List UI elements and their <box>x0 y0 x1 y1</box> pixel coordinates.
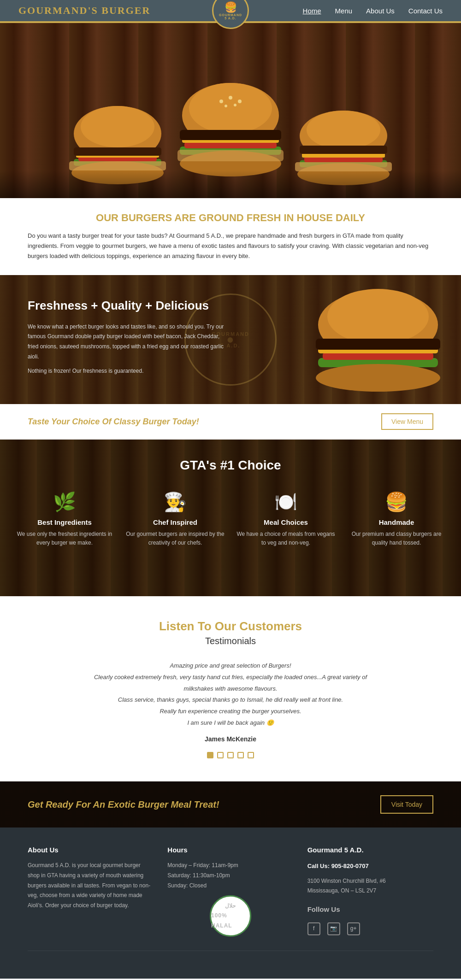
halal-badge: حلال 100% HALAL <box>167 895 293 937</box>
visit-cta-text: Get Ready For An Exotic Burger Meal Trea… <box>28 799 219 810</box>
dot-5[interactable] <box>248 752 254 758</box>
testimonial-dots <box>28 752 433 758</box>
gta-section: GTA's #1 Choice 🌿 Best Ingredients We us… <box>0 440 461 596</box>
feature-handmade: 🍔 Handmade Our premium and classy burger… <box>346 491 447 547</box>
halal-arabic-text: حلال <box>225 901 236 911</box>
header: GOURMAND'S BURGER 🍔 GOURMAND 5 A.D. Home… <box>0 0 461 21</box>
features-grid: 🌿 Best Ingredients We use only the fresh… <box>14 491 447 547</box>
hero-section <box>0 23 461 198</box>
testimonial-author: James McKenzie <box>28 735 433 743</box>
svg-point-11 <box>229 96 232 100</box>
nav-home[interactable]: Home <box>303 7 321 15</box>
svg-rect-28 <box>295 162 392 171</box>
testimonials-subheading: Testimonials <box>28 636 433 646</box>
testimonial-quote: Amazing price and great selection of Bur… <box>92 660 369 728</box>
footer-about-body: Gourmand 5 A.D. is your local gourmet bu… <box>28 861 154 910</box>
cta-bar: Taste Your Choice Of Classy Burger Today… <box>0 404 461 440</box>
svg-point-10 <box>219 100 223 103</box>
visit-cta: Get Ready For An Exotic Burger Meal Trea… <box>0 781 461 827</box>
feature-desc-3: We have a choice of meals from vegans to… <box>235 530 337 547</box>
footer-address: 3100 Winston Churchill Blvd, #6 Mississa… <box>307 876 433 896</box>
footer-divider <box>28 951 433 951</box>
cta-text: Taste Your Choice Of Classy Burger Today… <box>28 417 199 427</box>
visit-today-button[interactable]: Visit Today <box>380 795 433 814</box>
testimonials-section: Listen To Our Customers Testimonials Ama… <box>0 596 461 781</box>
leaf-icon: 🌿 <box>53 491 76 513</box>
feature-desc-1: We use only the freshest ingredients in … <box>14 530 115 547</box>
logo-badge-text2: 5 A.D. <box>225 17 236 20</box>
freshness-burger-visual <box>304 283 452 396</box>
footer-contact-col: Gourmand 5 A.D. Call Us: 905-820-0707 31… <box>307 846 433 937</box>
svg-point-1 <box>81 106 154 147</box>
halal-circle: حلال 100% HALAL <box>210 895 251 937</box>
feature-desc-4: Our premium and classy burgers are quali… <box>346 530 447 547</box>
burger-icon: 🍔 <box>385 491 408 513</box>
footer-address-line1: 3100 Winston Churchill Blvd, #6 <box>307 876 433 886</box>
svg-rect-26 <box>300 146 387 154</box>
dot-2[interactable] <box>217 752 224 758</box>
svg-point-22 <box>307 111 380 149</box>
feature-chef-inspired: 👨‍🍳 Chef Inspired Our gourmet burgers ar… <box>124 491 226 547</box>
svg-rect-33 <box>323 352 433 360</box>
footer-follow-title: Follow Us <box>307 903 433 915</box>
footer-social: f 📷 g+ <box>307 922 433 935</box>
footer-hours-mon: Monday – Friday: 11am-9pm <box>167 861 293 871</box>
main-nav: Home Menu About Us Contact Us <box>303 7 443 15</box>
logo-badge-text1: GOURMAND <box>219 13 242 17</box>
feature-meal-choices: 🍽️ Meal Choices We have a choice of meal… <box>235 491 337 547</box>
dot-4[interactable] <box>237 752 244 758</box>
freshness-content: Freshness + Quality + Delicious We know … <box>0 280 254 399</box>
feature-best-ingredients: 🌿 Best Ingredients We use only the fresh… <box>14 491 115 547</box>
instagram-icon[interactable]: 📷 <box>327 922 340 935</box>
logo-burger-icon: 🍔 <box>225 1 237 13</box>
footer-contact-title: Gourmand 5 A.D. <box>307 846 433 854</box>
footer-address-line2: Mississauga, ON – LSL 2V7 <box>307 886 433 896</box>
dot-1[interactable] <box>207 752 213 758</box>
svg-rect-20 <box>177 150 284 161</box>
nav-about[interactable]: About Us <box>366 7 395 15</box>
tagline-heading: OUR BURGERS ARE GROUND FRESH IN HOUSE DA… <box>28 212 433 224</box>
svg-point-9 <box>189 83 272 134</box>
feature-title-1: Best Ingredients <box>37 518 92 526</box>
footer-phone: Call Us: 905-820-0707 <box>307 861 433 871</box>
plate-icon: 🍽️ <box>274 491 297 513</box>
freshness-burger-svg <box>304 283 452 394</box>
tagline-body: Do you want a tasty burger treat for you… <box>28 231 433 261</box>
freshness-para2: Nothing is frozen! Our freshness is guar… <box>28 366 226 376</box>
svg-point-13 <box>225 105 227 107</box>
hero-overlay <box>0 170 461 198</box>
footer-grid: About Us Gourmand 5 A.D. is your local g… <box>28 846 433 937</box>
facebook-icon[interactable]: f <box>307 922 320 935</box>
gta-content: GTA's #1 Choice 🌿 Best Ingredients We us… <box>14 458 447 547</box>
chef-icon: 👨‍🍳 <box>164 491 187 513</box>
footer-hours-sun: Sunday: Closed <box>167 881 293 891</box>
logo-text: GOURMAND'S BURGER <box>18 5 150 17</box>
footer-hours-title: Hours <box>167 846 293 854</box>
nav-contact[interactable]: Contact Us <box>408 7 443 15</box>
halal-label: 100% HALAL <box>211 911 250 931</box>
testimonials-heading: Listen To Our Customers <box>28 619 433 634</box>
footer-hours-col: Hours Monday – Friday: 11am-9pm Saturday… <box>167 846 293 937</box>
footer-phone-number: 905-820-0707 <box>331 863 369 869</box>
view-menu-button[interactable]: View Menu <box>381 413 433 430</box>
svg-rect-5 <box>74 147 161 156</box>
footer-about-col: About Us Gourmand 5 A.D. is your local g… <box>28 846 154 937</box>
tagline-section: OUR BURGERS ARE GROUND FRESH IN HOUSE DA… <box>0 198 461 275</box>
footer: About Us Gourmand 5 A.D. is your local g… <box>0 827 461 979</box>
footer-phone-label: Call Us: <box>307 863 330 869</box>
footer-hours-sat: Saturday: 11:30am-10pm <box>167 871 293 881</box>
svg-rect-7 <box>69 161 166 170</box>
feature-title-2: Chef Inspired <box>153 518 197 526</box>
feature-title-3: Meal Choices <box>264 518 308 526</box>
svg-rect-18 <box>180 130 281 140</box>
svg-point-30 <box>327 289 429 344</box>
feature-title-4: Handmade <box>379 518 414 526</box>
freshness-section: GOURMAND⬤5 A.D. Freshness + Quality + De… <box>0 275 461 404</box>
nav-menu[interactable]: Menu <box>335 7 353 15</box>
svg-rect-35 <box>316 339 440 350</box>
dot-3[interactable] <box>227 752 234 758</box>
freshness-heading: Freshness + Quality + Delicious <box>28 299 226 313</box>
svg-point-12 <box>238 100 242 103</box>
googleplus-icon[interactable]: g+ <box>347 922 360 935</box>
svg-point-36 <box>316 364 440 392</box>
